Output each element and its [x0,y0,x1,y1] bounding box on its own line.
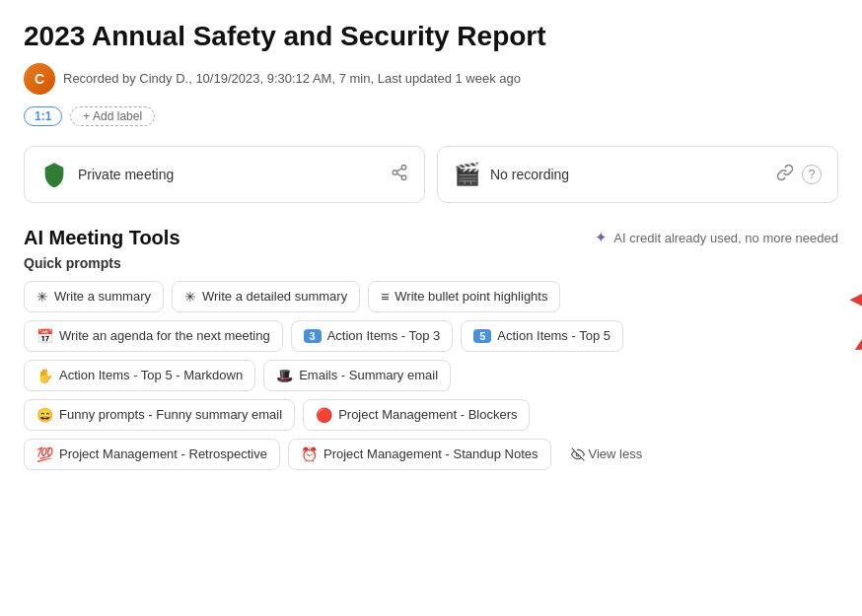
meta-text: Recorded by Cindy D., 10/19/2023, 9:30:1… [63,71,521,86]
action-items-5-label: Action Items - Top 5 [497,328,611,343]
ai-section-header: AI Meeting Tools ✦ AI credit already use… [24,227,838,249]
write-detailed-summary-label: Write a detailed summary [202,289,347,304]
write-agenda-label: Write an agenda for the next meeting [59,328,270,343]
help-icon[interactable]: ? [802,165,822,184]
detailed-summary-icon: ✳ [184,289,196,305]
svg-point-1 [393,170,397,174]
no-recording-card: 🎬 No recording ? [437,146,838,203]
badge-3: 3 [304,329,322,343]
share-icon[interactable] [391,164,408,185]
pm-retrospective-button[interactable]: 💯 Project Management - Retrospective [24,439,280,470]
red-circle-icon: 🔴 [316,407,332,423]
view-less-label: View less [589,446,643,461]
action-items-markdown-button[interactable]: ✋ Action Items - Top 5 - Markdown [24,360,255,391]
red-arrow-2: ◀ [848,329,862,360]
view-less-icon [571,447,585,461]
prompts-row-3: ✋ Action Items - Top 5 - Markdown 🎩 Emai… [24,360,838,391]
pm-standup-label: Project Management - Standup Notes [323,446,539,461]
view-less-button[interactable]: View less [559,439,655,470]
action-items-3-button[interactable]: 3 Action Items - Top 3 [291,320,454,352]
write-summary-button[interactable]: ✳ Write a summary [24,281,164,312]
funny-prompts-button[interactable]: 😄 Funny prompts - Funny summary email [24,399,295,431]
bullet-icon: ≡ [381,289,389,305]
action-items-3-label: Action Items - Top 3 [327,328,441,343]
write-detailed-summary-button[interactable]: ✳ Write a detailed summary [172,281,360,312]
avatar: C [24,63,55,95]
write-bullet-highlights-button[interactable]: ≡ Write bullet point highlights [368,281,560,312]
cards-row: Private meeting 🎬 No recording ? [24,146,838,203]
meta-row: C Recorded by Cindy D., 10/19/2023, 9:30… [24,63,838,95]
svg-point-0 [401,165,406,170]
write-summary-label: Write a summary [54,289,151,304]
summary-icon: ✳ [36,289,48,305]
shield-icon [40,161,68,188]
private-meeting-card: Private meeting [24,146,425,203]
hundred-icon: 💯 [36,446,53,462]
hand-icon: ✋ [36,368,53,383]
add-label-button[interactable]: + Add label [70,106,155,126]
emails-summary-button[interactable]: 🎩 Emails - Summary email [263,360,451,391]
private-meeting-label: Private meeting [78,167,174,182]
badge-5: 5 [473,329,491,343]
svg-point-2 [401,175,406,180]
no-recording-label: No recording [490,167,569,182]
prompts-row-2: 📅 Write an agenda for the next meeting 3… [24,320,838,352]
pm-standup-button[interactable]: ⏰ Project Management - Standup Notes [288,439,551,470]
pm-blockers-button[interactable]: 🔴 Project Management - Blockers [303,399,530,431]
funny-prompts-label: Funny prompts - Funny summary email [59,407,282,422]
prompts-grid: ✳ Write a summary ✳ Write a detailed sum… [24,281,838,470]
svg-line-4 [396,168,401,171]
agenda-icon: 📅 [36,328,53,344]
red-arrow-1: ◀ [850,285,862,312]
page-title: 2023 Annual Safety and Security Report [24,20,838,53]
write-bullet-highlights-label: Write bullet point highlights [395,289,547,304]
action-items-5-button[interactable]: 5 Action Items - Top 5 [461,320,623,352]
quick-prompts-label: Quick prompts [24,255,838,271]
labels-row: 1:1 + Add label [24,106,838,126]
prompts-row-5: 💯 Project Management - Retrospective ⏰ P… [24,439,838,470]
ai-credit: ✦ AI credit already used, no more needed [595,229,838,246]
ai-credit-text: AI credit already used, no more needed [613,231,838,245]
camera-icon: 🎬 [454,162,480,187]
link-icon[interactable] [776,164,794,185]
action-items-markdown-label: Action Items - Top 5 - Markdown [59,368,243,382]
emails-summary-label: Emails - Summary email [299,368,438,382]
laughing-icon: 😄 [36,407,53,423]
ai-section-title: AI Meeting Tools [24,227,180,249]
write-agenda-button[interactable]: 📅 Write an agenda for the next meeting [24,320,283,352]
prompts-row-1: ✳ Write a summary ✳ Write a detailed sum… [24,281,838,312]
pm-retrospective-label: Project Management - Retrospective [59,446,267,461]
tophat-icon: 🎩 [276,368,293,383]
prompts-row-4: 😄 Funny prompts - Funny summary email 🔴 … [24,399,838,431]
sparkle-icon: ✦ [595,229,608,246]
pm-blockers-label: Project Management - Blockers [338,407,517,422]
svg-line-3 [396,173,401,176]
label-11-badge[interactable]: 1:1 [24,106,62,126]
clock-icon: ⏰ [301,446,318,462]
